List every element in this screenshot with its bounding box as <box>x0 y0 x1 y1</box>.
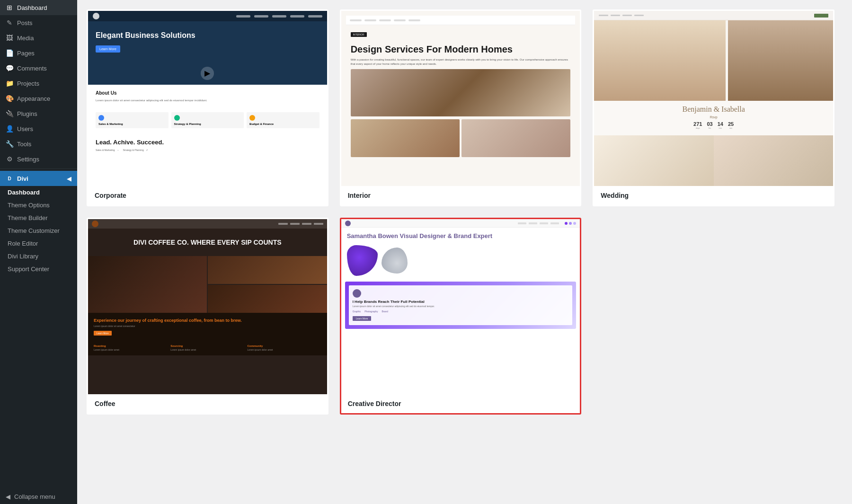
collapse-menu-button[interactable]: ◀ Collapse menu <box>0 489 77 504</box>
theme-card-creative-director[interactable]: Samantha Bowen Visual Designer & Brand E… <box>340 218 582 415</box>
wedding-preview: Benjamin & Isabella Rsvp 271days 03hrs 1… <box>594 11 833 186</box>
corporate-label: Corporate <box>88 186 327 205</box>
tools-icon: 🔧 <box>6 140 13 148</box>
int-hero-image <box>351 69 571 116</box>
crd-gradient-section: I Help Brands Reach Their Full Potential… <box>345 282 577 329</box>
wedding-label: Wedding <box>594 186 833 205</box>
media-icon: 🖼 <box>6 34 13 42</box>
int-desc: With a passion for creating beautiful, f… <box>351 58 571 66</box>
crd-dot-3 <box>573 222 576 225</box>
corporate-preview: Elegant Business Solutions Learn More ▶ … <box>88 11 327 186</box>
wed-ring-section <box>594 135 833 186</box>
theme-card-interior[interactable]: INTERIOR Design Services For Modern Home… <box>340 9 582 206</box>
comments-icon: 💬 <box>6 64 13 72</box>
settings-icon: ⚙ <box>6 155 13 163</box>
divi-dashboard-link[interactable]: Dashboard <box>0 186 77 199</box>
crd-link-1: Graphic <box>353 310 361 313</box>
sidebar-item-users[interactable]: 👤 Users <box>0 121 77 136</box>
creative-director-label: Creative Director <box>341 394 580 413</box>
cof-btn: Learn More <box>94 331 112 336</box>
projects-icon: 📁 <box>6 80 13 87</box>
divi-theme-options-link[interactable]: Theme Options <box>0 199 77 212</box>
crd-dot-2 <box>569 222 572 225</box>
crd-lower-btn: Learn More <box>353 316 372 321</box>
divi-library-link[interactable]: Divi Library <box>0 250 77 263</box>
coffee-preview: DIVI COFFEE CO. WHERE EVERY SIP COUNTS E… <box>88 219 327 394</box>
cof-side-image-2 <box>208 285 327 313</box>
divi-icon: D <box>6 175 13 182</box>
users-icon: 👤 <box>6 125 13 133</box>
crd-avatar <box>353 289 361 298</box>
interior-label: Interior <box>341 186 580 205</box>
wed-event: Rsvp <box>600 115 827 119</box>
posts-icon: ✎ <box>6 19 13 27</box>
crd-link-2: Photography <box>364 310 378 313</box>
pages-icon: 📄 <box>6 49 13 57</box>
sidebar-item-tools[interactable]: 🔧 Tools <box>0 136 77 151</box>
corp-card-1: Sales & Marketing <box>96 112 169 128</box>
cof-logo <box>92 221 98 227</box>
creative-preview: Samantha Bowen Visual Designer & Brand E… <box>341 219 580 394</box>
sidebar-item-settings[interactable]: ⚙ Settings <box>0 151 77 167</box>
corp-card-3: Budget & Finance <box>247 112 320 128</box>
crd-dot-1 <box>565 222 568 225</box>
sidebar-item-pages[interactable]: 📄 Pages <box>0 45 77 61</box>
crd-shape-purple <box>347 245 378 276</box>
theme-card-corporate[interactable]: Elegant Business Solutions Learn More ▶ … <box>87 9 328 206</box>
collapse-icon: ◀ <box>6 493 10 500</box>
divi-role-editor-link[interactable]: Role Editor <box>0 237 77 250</box>
cof-side-image-1 <box>208 256 327 284</box>
corp-hero-title: Elegant Business Solutions <box>96 31 320 41</box>
theme-card-coffee[interactable]: DIVI COFFEE CO. WHERE EVERY SIP COUNTS E… <box>87 218 328 415</box>
appearance-icon: 🎨 <box>6 95 13 102</box>
divi-submenu: Dashboard Theme Options Theme Builder Th… <box>0 186 77 275</box>
cof-desc-title: Experience our journey of crafting excep… <box>94 318 321 324</box>
dashboard-icon: ⊞ <box>6 4 13 11</box>
divi-chevron-icon: ◀ <box>67 175 71 182</box>
int-badge: INTERIOR <box>351 32 367 37</box>
corp-about-text: Lorem ipsum dolor sit amet consectetur a… <box>96 98 320 103</box>
cof-hero-title: DIVI COFFEE CO. WHERE EVERY SIP COUNTS <box>94 238 321 247</box>
crd-lower-title: I Help Brands Reach Their Full Potential <box>353 300 569 304</box>
corp-about-title: About Us <box>96 90 320 96</box>
crd-hero-title: Samantha Bowen Visual Designer & Brand E… <box>347 232 575 240</box>
main-content: Elegant Business Solutions Learn More ▶ … <box>77 0 852 504</box>
divi-support-center-link[interactable]: Support Center <box>0 263 77 275</box>
corp-btn: Learn More <box>96 45 120 53</box>
sidebar-item-posts[interactable]: ✎ Posts <box>0 15 77 30</box>
coffee-label: Coffee <box>88 394 327 413</box>
sidebar-item-media[interactable]: 🖼 Media <box>0 30 77 45</box>
corp-card-2: Strategy & Planning <box>171 112 244 128</box>
corp-tagline: Lead. Achive. Succeed. <box>96 139 320 146</box>
plugins-icon: 🔌 <box>6 110 13 117</box>
int-gallery-2 <box>462 119 570 157</box>
sidebar-item-divi[interactable]: D Divi ◀ <box>0 171 77 186</box>
sidebar-item-plugins[interactable]: 🔌 Plugins <box>0 106 77 121</box>
themes-grid: Elegant Business Solutions Learn More ▶ … <box>87 9 834 415</box>
sidebar-item-appearance[interactable]: 🎨 Appearance <box>0 91 77 106</box>
interior-preview: INTERIOR Design Services For Modern Home… <box>341 11 580 186</box>
sidebar-item-dashboard[interactable]: ⊞ Dashboard <box>0 0 77 15</box>
sidebar-item-comments[interactable]: 💬 Comments <box>0 61 77 76</box>
corp-logo <box>93 13 99 19</box>
sidebar: ⊞ Dashboard ✎ Posts 🖼 Media 📄 Pages 💬 Co… <box>0 0 77 504</box>
corp-play-button: ▶ <box>201 67 214 80</box>
crd-link-3: Brand <box>382 310 388 313</box>
divi-theme-builder-link[interactable]: Theme Builder <box>0 212 77 224</box>
int-gallery-1 <box>351 119 460 157</box>
theme-card-wedding[interactable]: Benjamin & Isabella Rsvp 271days 03hrs 1… <box>593 9 834 206</box>
wed-names: Benjamin & Isabella <box>600 105 827 115</box>
sidebar-item-projects[interactable]: 📁 Projects <box>0 76 77 91</box>
cof-desc-text: Lorem ipsum dolor sit amet consectetur <box>94 325 321 327</box>
divi-theme-customizer-link[interactable]: Theme Customizer <box>0 224 77 237</box>
crd-lower-text: Lorem ipsum dolor sit amet consectetur a… <box>353 305 569 308</box>
crd-logo <box>345 221 351 226</box>
crd-shape-gray <box>382 248 408 274</box>
int-hero-title: Design Services For Modern Homes <box>351 44 571 55</box>
cof-main-image <box>88 256 207 313</box>
